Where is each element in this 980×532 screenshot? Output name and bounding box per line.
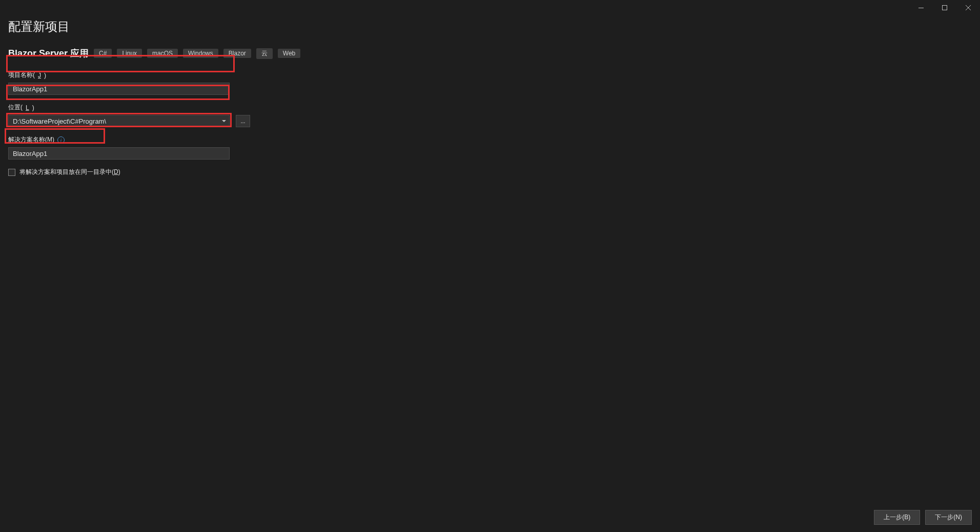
browse-button[interactable]: ... bbox=[236, 115, 250, 127]
solution-name-label: 解决方案名称(M) i bbox=[8, 135, 972, 144]
project-name-label: 项目名称(J) bbox=[8, 71, 972, 80]
location-label: 位置(L) bbox=[8, 103, 972, 112]
location-label-prefix: 位置( bbox=[8, 103, 23, 112]
back-button[interactable]: 上一步(B) bbox=[874, 510, 920, 525]
solution-name-input[interactable] bbox=[8, 147, 230, 160]
svg-rect-0 bbox=[918, 8, 924, 8]
tag-web: Web bbox=[278, 49, 300, 58]
location-group: 位置(L) D:\SoftwareProject\C#Program\ ... bbox=[8, 103, 972, 127]
content-area: 配置新项目 Blazor Server 应用 C# Linux macOS Wi… bbox=[0, 15, 980, 188]
template-row: Blazor Server 应用 C# Linux macOS Windows … bbox=[8, 47, 972, 60]
tag-cloud: 云 bbox=[256, 48, 273, 59]
minimize-icon bbox=[918, 8, 924, 8]
info-icon[interactable]: i bbox=[57, 136, 65, 144]
project-name-label-prefix: 项目名称( bbox=[8, 71, 35, 80]
close-icon bbox=[966, 5, 971, 10]
footer: 上一步(B) 下一步(N) bbox=[874, 510, 972, 525]
location-input-row: D:\SoftwareProject\C#Program\ ... bbox=[8, 115, 972, 127]
tag-csharp: C# bbox=[94, 49, 112, 58]
location-hotkey: L bbox=[26, 104, 29, 111]
minimize-button[interactable] bbox=[909, 0, 933, 15]
template-name: Blazor Server 应用 bbox=[8, 47, 89, 60]
project-name-input[interactable] bbox=[8, 83, 230, 95]
page-title: 配置新项目 bbox=[8, 18, 972, 35]
same-dir-row[interactable]: 将解决方案和项目放在同一目录中(D) bbox=[8, 168, 972, 176]
tag-windows: Windows bbox=[183, 49, 218, 58]
tag-linux: Linux bbox=[117, 49, 142, 58]
location-value: D:\SoftwareProject\C#Program\ bbox=[13, 117, 106, 125]
tag-blazor: Blazor bbox=[223, 49, 251, 58]
same-dir-hotkey: D bbox=[114, 168, 118, 175]
same-dir-checkbox[interactable] bbox=[8, 169, 15, 176]
project-name-hotkey: J bbox=[38, 72, 41, 79]
svg-rect-1 bbox=[943, 6, 947, 10]
same-dir-label-suffix: ) bbox=[118, 168, 120, 175]
titlebar bbox=[0, 0, 980, 15]
project-name-group: 项目名称(J) bbox=[8, 71, 972, 95]
solution-name-group: 解决方案名称(M) i bbox=[8, 135, 972, 160]
solution-name-label-prefix: 解决方案名称( bbox=[8, 136, 47, 143]
maximize-button[interactable] bbox=[933, 0, 956, 15]
close-button[interactable] bbox=[956, 0, 980, 15]
next-button[interactable]: 下一步(N) bbox=[925, 510, 972, 525]
maximize-icon bbox=[942, 5, 947, 10]
tag-macos: macOS bbox=[147, 49, 178, 58]
solution-name-label-suffix: ) bbox=[52, 136, 54, 143]
same-dir-group: 将解决方案和项目放在同一目录中(D) bbox=[8, 168, 972, 176]
chevron-down-icon bbox=[222, 120, 226, 122]
solution-name-hotkey: M bbox=[47, 136, 52, 143]
location-label-suffix: ) bbox=[32, 104, 34, 111]
same-dir-label-prefix: 将解决方案和项目放在同一目录中( bbox=[19, 168, 114, 175]
project-name-label-suffix: ) bbox=[44, 72, 46, 79]
location-dropdown[interactable]: D:\SoftwareProject\C#Program\ bbox=[8, 115, 230, 127]
